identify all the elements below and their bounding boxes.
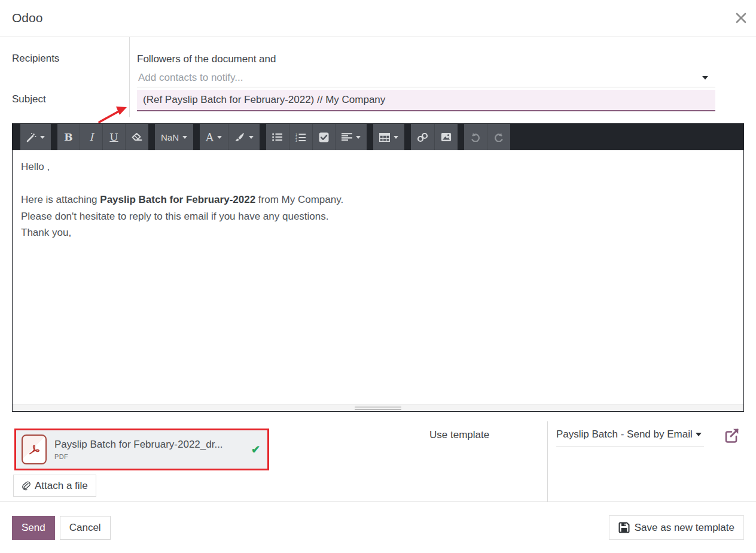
numbered-list-icon: 1 2 3 bbox=[295, 133, 306, 142]
redo-icon bbox=[493, 132, 504, 142]
acrobat-glyph-icon bbox=[28, 443, 41, 456]
body-line-attachment: Here is attaching Payslip Batch for Febr… bbox=[21, 192, 735, 208]
use-template-label: Use template bbox=[429, 429, 489, 441]
editor-resize-strip bbox=[13, 404, 743, 411]
attachment-filename: Payslip Batch for February-2022_dr... bbox=[54, 439, 223, 451]
toolbar-group-lists: 1 2 3 bbox=[266, 124, 367, 150]
body-line-reply: Please don't hesitate to reply to this e… bbox=[21, 208, 735, 225]
attachment-info: Payslip Batch for February-2022_dr... PD… bbox=[54, 439, 223, 460]
chevron-down-icon[interactable] bbox=[702, 76, 708, 80]
toolbar-group-table bbox=[373, 124, 404, 150]
subject-input[interactable] bbox=[137, 90, 715, 111]
body-blank-line bbox=[21, 175, 735, 192]
template-select[interactable]: Payslip Batch - Send by Email bbox=[556, 429, 704, 446]
chevron-down-icon bbox=[217, 136, 222, 139]
editor-toolbar: B I U NaN A bbox=[13, 124, 743, 150]
annotation-arrow bbox=[96, 102, 130, 126]
chevron-down-icon bbox=[394, 136, 398, 139]
body-greeting: Hello , bbox=[21, 159, 735, 175]
save-floppy-icon bbox=[618, 522, 630, 533]
fields-section: Recipients Subject Followers of the docu… bbox=[0, 37, 756, 117]
cancel-button[interactable]: Cancel bbox=[60, 516, 111, 540]
add-contacts-input[interactable] bbox=[137, 68, 715, 87]
pdf-file-icon bbox=[22, 434, 47, 464]
body-line-thanks: Thank you, bbox=[21, 224, 735, 241]
followers-text: Followers of the document and bbox=[137, 53, 715, 65]
eraser-icon bbox=[132, 133, 142, 141]
table-dropdown[interactable] bbox=[373, 124, 404, 150]
close-icon[interactable] bbox=[733, 11, 749, 26]
font-size-value: NaN bbox=[161, 132, 179, 142]
chevron-down-icon bbox=[356, 136, 361, 139]
chevron-down-icon bbox=[696, 433, 702, 436]
insert-link-button[interactable] bbox=[411, 124, 435, 150]
text-color-dropdown[interactable]: A bbox=[200, 124, 228, 150]
svg-text:3: 3 bbox=[295, 139, 297, 142]
paintbrush-icon bbox=[234, 132, 245, 142]
undo-button[interactable] bbox=[464, 124, 487, 150]
close-x-icon bbox=[736, 13, 746, 23]
redo-button[interactable] bbox=[487, 124, 510, 150]
email-compose-dialog: Odoo Recipients Subject Followers of the… bbox=[0, 0, 756, 553]
attachment-card[interactable]: Payslip Batch for February-2022_dr... PD… bbox=[14, 429, 269, 470]
toolbar-group-history bbox=[464, 124, 510, 150]
save-as-template-button[interactable]: Save as new template bbox=[609, 515, 744, 540]
table-icon bbox=[379, 133, 390, 142]
style-dropdown-button[interactable] bbox=[20, 124, 51, 150]
field-inputs-column: Followers of the document and bbox=[130, 37, 715, 117]
body-bold-batch-name: Payslip Batch for February-2022 bbox=[100, 194, 255, 205]
open-template-button[interactable] bbox=[723, 427, 740, 445]
attachments-section: Payslip Batch for February-2022_dr... PD… bbox=[0, 412, 756, 502]
unordered-list-button[interactable] bbox=[266, 124, 289, 150]
attachment-filetype: PDF bbox=[54, 453, 223, 460]
align-dropdown[interactable] bbox=[336, 124, 367, 150]
resize-handle[interactable] bbox=[355, 406, 401, 410]
italic-button[interactable]: I bbox=[80, 124, 103, 150]
font-size-dropdown[interactable]: NaN bbox=[155, 124, 193, 150]
insert-image-button[interactable] bbox=[435, 124, 458, 150]
checklist-button[interactable] bbox=[313, 124, 336, 150]
bullet-list-icon bbox=[272, 133, 283, 141]
attachment-check-icon: ✔ bbox=[251, 443, 260, 456]
align-left-icon bbox=[342, 133, 352, 141]
checkbox-check-icon bbox=[319, 132, 329, 142]
toolbar-group-colors: A bbox=[200, 124, 260, 150]
chevron-down-icon bbox=[182, 136, 187, 139]
recipients-label: Recipients bbox=[12, 53, 129, 65]
save-as-template-label: Save as new template bbox=[635, 522, 734, 534]
attach-file-label: Attach a file bbox=[35, 480, 88, 492]
image-icon bbox=[441, 132, 452, 142]
chevron-down-icon bbox=[40, 136, 45, 139]
link-icon bbox=[417, 132, 428, 142]
contacts-field-row bbox=[137, 68, 715, 87]
chevron-down-icon bbox=[249, 136, 254, 139]
remove-format-button[interactable] bbox=[126, 124, 148, 150]
toolbar-group-style bbox=[20, 124, 51, 150]
undo-icon bbox=[470, 132, 481, 142]
underline-button[interactable]: U bbox=[103, 124, 126, 150]
email-body-editor: B I U NaN A bbox=[12, 123, 744, 412]
toolbar-group-media bbox=[411, 124, 458, 150]
email-body-text[interactable]: Hello , Here is attaching Payslip Batch … bbox=[13, 150, 743, 404]
send-button[interactable]: Send bbox=[12, 516, 55, 540]
toolbar-group-basic-format: B I U bbox=[57, 124, 148, 150]
toolbar-group-font-size: NaN bbox=[155, 124, 193, 150]
template-selected-value: Payslip Batch - Send by Email bbox=[556, 429, 693, 440]
external-link-icon bbox=[724, 427, 740, 443]
ordered-list-button[interactable]: 1 2 3 bbox=[289, 124, 313, 150]
dialog-footer: Send Cancel Save as new template bbox=[0, 502, 756, 553]
bold-button[interactable]: B bbox=[57, 124, 80, 150]
page-title: Odoo bbox=[12, 11, 42, 25]
dialog-header: Odoo bbox=[0, 0, 756, 37]
text-color-label: A bbox=[206, 131, 214, 144]
highlight-color-dropdown[interactable] bbox=[228, 124, 260, 150]
template-divider bbox=[547, 421, 548, 502]
attach-file-button[interactable]: Attach a file bbox=[13, 475, 96, 497]
magic-wand-icon bbox=[26, 132, 36, 142]
paperclip-icon bbox=[22, 481, 31, 491]
